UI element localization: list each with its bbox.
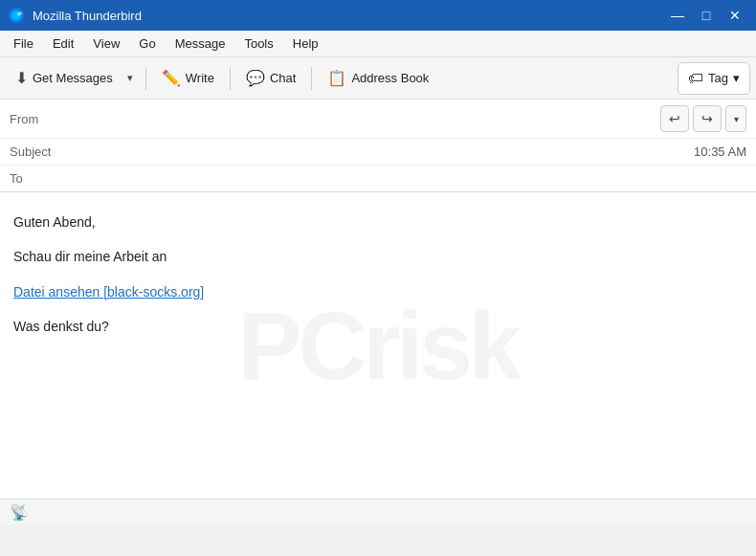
write-icon: ✏️ xyxy=(162,69,181,87)
chat-label: Chat xyxy=(270,71,296,85)
close-button[interactable]: ✕ xyxy=(722,2,748,29)
maximize-button[interactable]: □ xyxy=(693,2,720,29)
address-book-icon: 📋 xyxy=(327,69,346,87)
email-line2: Schau dir meine Arbeit an xyxy=(13,246,743,267)
write-label: Write xyxy=(186,71,214,85)
write-button[interactable]: ✏️ Write xyxy=(152,62,224,95)
email-body-content: Guten Abend, Schau dir meine Arbeit an D… xyxy=(13,211,743,338)
menu-bar: File Edit View Go Message Tools Help xyxy=(0,31,756,57)
menu-edit[interactable]: Edit xyxy=(43,33,83,55)
back-button[interactable]: ↩ xyxy=(660,105,689,132)
address-book-label: Address Book xyxy=(351,71,429,85)
status-bar: 📡 xyxy=(0,499,756,525)
menu-help[interactable]: Help xyxy=(283,33,328,55)
from-row: From ↩ ↪ ▾ xyxy=(0,100,756,139)
email-link-paragraph: Datei ansehen [black-socks.org] xyxy=(13,281,743,302)
thunderbird-icon xyxy=(8,7,25,24)
get-messages-label: Get Messages xyxy=(33,71,113,85)
email-link[interactable]: Datei ansehen [black-socks.org] xyxy=(13,284,204,300)
minimize-button[interactable]: — xyxy=(664,2,691,29)
menu-file[interactable]: File xyxy=(4,33,43,55)
nav-buttons: ↩ ↪ ▾ xyxy=(660,105,746,132)
get-messages-button[interactable]: ⬇ Get Messages xyxy=(6,62,122,95)
nav-dropdown-button[interactable]: ▾ xyxy=(725,105,746,132)
toolbar-separator-2 xyxy=(230,67,231,90)
tag-button[interactable]: 🏷 Tag ▾ xyxy=(678,62,750,95)
toolbar-separator-1 xyxy=(145,67,146,90)
window-title: Mozilla Thunderbird xyxy=(33,9,664,23)
from-label: From xyxy=(10,112,62,126)
menu-message[interactable]: Message xyxy=(166,33,235,55)
chat-button[interactable]: 💬 Chat xyxy=(236,62,305,95)
email-greeting: Guten Abend, xyxy=(13,211,743,233)
tag-dropdown-icon: ▾ xyxy=(733,71,740,85)
tag-icon: 🏷 xyxy=(688,70,703,87)
forward-button[interactable]: ↪ xyxy=(693,105,722,132)
menu-view[interactable]: View xyxy=(83,33,129,55)
to-label: To xyxy=(10,171,62,186)
subject-row: Subject 10:35 AM xyxy=(0,139,756,166)
connection-status-icon: 📡 xyxy=(10,503,29,522)
toolbar-separator-3 xyxy=(311,67,312,90)
to-row: To xyxy=(0,166,756,191)
address-book-button[interactable]: 📋 Address Book xyxy=(318,62,438,95)
chat-icon: 💬 xyxy=(246,69,265,87)
toolbar: ⬇ Get Messages ▾ ✏️ Write 💬 Chat 📋 Addre… xyxy=(0,57,756,100)
title-bar: Mozilla Thunderbird — □ ✕ xyxy=(0,0,756,31)
get-messages-icon: ⬇ xyxy=(15,69,28,87)
menu-go[interactable]: Go xyxy=(129,33,165,55)
email-header: From ↩ ↪ ▾ Subject 10:35 AM To xyxy=(0,100,756,192)
email-text: Guten Abend, Schau dir meine Arbeit an D… xyxy=(13,211,743,338)
email-time: 10:35 AM xyxy=(694,145,746,159)
get-messages-dropdown-button[interactable]: ▾ xyxy=(121,62,140,95)
window-controls: — □ ✕ xyxy=(664,2,748,29)
menu-tools[interactable]: Tools xyxy=(234,33,282,55)
email-line3: Was denkst du? xyxy=(13,316,743,337)
email-body: PCrisk Guten Abend, Schau dir meine Arbe… xyxy=(0,192,756,499)
tag-label: Tag xyxy=(708,71,728,85)
subject-label: Subject xyxy=(10,145,62,159)
